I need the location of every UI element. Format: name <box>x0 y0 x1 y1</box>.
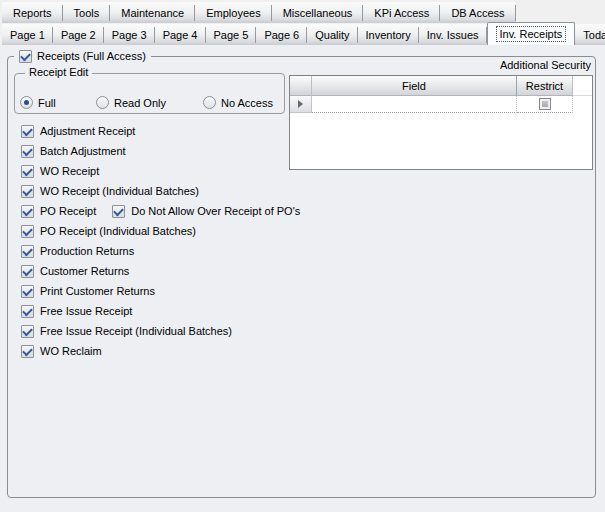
tab-page-1[interactable]: Page 1 <box>2 24 53 45</box>
receipt-edit-title: Receipt Edit <box>25 66 92 78</box>
tab-page-5[interactable]: Page 5 <box>206 24 257 45</box>
tab-label: Miscellaneous <box>283 7 353 19</box>
receipts-full-access-checkbox[interactable]: Receipts (Full Access) <box>14 48 151 64</box>
checkbox-label: Batch Adjustment <box>40 145 126 157</box>
checked-checkbox-icon <box>112 205 125 218</box>
checkbox-label: WO Reclaim <box>40 345 102 357</box>
checkbox-label: WO Receipt <box>40 165 99 177</box>
radio-no-access[interactable]: No Access <box>203 95 273 110</box>
checkbox-batch-adjustment[interactable]: Batch Adjustment <box>21 141 300 161</box>
tab-label: Page 6 <box>264 29 299 41</box>
receipts-group-box: Receipts (Full Access) Receipt Edit Full… <box>7 56 596 498</box>
grid-row-selector[interactable] <box>290 96 312 113</box>
tab-label: Page 2 <box>61 29 96 41</box>
radio-selected-icon <box>20 96 33 109</box>
tab-quality[interactable]: Quality <box>307 24 357 45</box>
tab-label: Maintenance <box>121 7 184 19</box>
checked-checkbox-icon <box>21 265 34 278</box>
checkbox-po-receipt[interactable]: PO Receipt Do Not Allow Over Receipt of … <box>21 201 300 221</box>
checkbox-print-customer-returns[interactable]: Print Customer Returns <box>21 281 300 301</box>
grid-header-filler <box>573 76 592 96</box>
checkbox-label: Do Not Allow Over Receipt of PO's <box>131 205 300 217</box>
checkbox-do-not-allow-over-receipt-of-pos[interactable]: Do Not Allow Over Receipt of PO's <box>112 205 300 218</box>
checked-checkbox-icon <box>21 225 34 238</box>
tab-db-access[interactable]: DB Access <box>440 2 515 23</box>
tab-page-inv-receipts: Receipts (Full Access) Receipt Edit Full… <box>0 45 605 512</box>
grid-column-header-restrict[interactable]: Restrict <box>517 76 573 96</box>
checked-checkbox-icon <box>21 185 34 198</box>
checkbox-label: Adjustment Receipt <box>40 125 135 137</box>
receipts-group-title: Receipts (Full Access) <box>37 50 146 62</box>
row-selector-arrow-icon <box>298 100 303 108</box>
checkbox-label: Print Customer Returns <box>40 285 155 297</box>
radio-unselected-icon <box>96 96 109 109</box>
permissions-list: Adjustment Receipt Batch Adjustment WO R… <box>21 121 300 361</box>
gray-checkbox-icon <box>539 98 551 110</box>
tab-label: Inventory <box>366 29 411 41</box>
grid-cell-restrict[interactable] <box>517 96 573 113</box>
checkbox-customer-returns[interactable]: Customer Returns <box>21 261 300 281</box>
checkbox-label: PO Receipt (Individual Batches) <box>40 225 196 237</box>
tab-label: Quality <box>315 29 349 41</box>
grid-corner-header[interactable] <box>290 76 312 96</box>
checkbox-free-issue-receipt-individual-batches[interactable]: Free Issue Receipt (Individual Batches) <box>21 321 300 341</box>
checkbox-wo-receipt-individual-batches[interactable]: WO Receipt (Individual Batches) <box>21 181 300 201</box>
tab-label: Page 5 <box>214 29 249 41</box>
grid-cell-field[interactable] <box>312 96 517 113</box>
checkbox-label: PO Receipt <box>40 205 96 217</box>
tab-row-1: Reports Tools Maintenance Employees Misc… <box>2 2 516 23</box>
checked-checkbox-icon <box>21 245 34 258</box>
tab-reports[interactable]: Reports <box>2 2 63 23</box>
additional-security-label: Additional Security <box>500 59 591 71</box>
tab-page-3[interactable]: Page 3 <box>104 24 155 45</box>
tab-label: Reports <box>13 7 52 19</box>
tab-label: Inv. Issues <box>427 29 479 41</box>
radio-unselected-icon <box>203 96 216 109</box>
checked-checkbox-icon <box>21 325 34 338</box>
tab-page-2[interactable]: Page 2 <box>53 24 104 45</box>
checkbox-free-issue-receipt[interactable]: Free Issue Receipt <box>21 301 300 321</box>
checked-checkbox-icon <box>21 165 34 178</box>
tab-label: Page 3 <box>112 29 147 41</box>
tab-today[interactable]: Today <box>575 24 605 45</box>
tab-page-6[interactable]: Page 6 <box>256 24 307 45</box>
radio-full[interactable]: Full <box>20 95 56 110</box>
checkbox-wo-receipt[interactable]: WO Receipt <box>21 161 300 181</box>
radio-label: Read Only <box>114 97 166 109</box>
checked-checkbox-icon <box>21 305 34 318</box>
tab-label: Page 4 <box>163 29 198 41</box>
tab-inv-issues[interactable]: Inv. Issues <box>419 24 487 45</box>
checkbox-po-receipt-individual-batches[interactable]: PO Receipt (Individual Batches) <box>21 221 300 241</box>
tab-inventory[interactable]: Inventory <box>358 24 419 45</box>
checkbox-wo-reclaim[interactable]: WO Reclaim <box>21 341 300 361</box>
grid-new-row <box>290 96 592 113</box>
tab-employees[interactable]: Employees <box>195 2 271 23</box>
tab-tools[interactable]: Tools <box>63 2 111 23</box>
tab-label: Today <box>583 29 605 41</box>
tab-label: DB Access <box>451 7 504 19</box>
tab-row-2: Page 1 Page 2 Page 3 Page 4 Page 5 Page … <box>2 24 605 45</box>
checkbox-label: Customer Returns <box>40 265 129 277</box>
tab-maintenance[interactable]: Maintenance <box>110 2 195 23</box>
checkbox-label: WO Receipt (Individual Batches) <box>40 185 199 197</box>
tab-page-4[interactable]: Page 4 <box>155 24 206 45</box>
radio-label: No Access <box>221 97 273 109</box>
grid-header-row: Field Restrict <box>290 76 592 96</box>
checked-checkbox-icon <box>21 125 34 138</box>
checkbox-label: Free Issue Receipt <box>40 305 132 317</box>
checkbox-adjustment-receipt[interactable]: Adjustment Receipt <box>21 121 300 141</box>
radio-read-only[interactable]: Read Only <box>96 95 166 110</box>
checked-checkbox-icon <box>19 50 32 63</box>
tab-inv-receipts[interactable]: Inv. Receipts <box>487 22 576 45</box>
checked-checkbox-icon <box>21 285 34 298</box>
additional-security-grid: Field Restrict <box>289 75 593 170</box>
tab-label: Page 1 <box>10 29 45 41</box>
checkbox-production-returns[interactable]: Production Returns <box>21 241 300 261</box>
tab-kpi-access[interactable]: KPi Access <box>363 2 440 23</box>
checked-checkbox-icon <box>21 205 34 218</box>
checked-checkbox-icon <box>21 145 34 158</box>
tab-strip: Reports Tools Maintenance Employees Misc… <box>0 0 605 45</box>
checkbox-label: Free Issue Receipt (Individual Batches) <box>40 325 232 337</box>
grid-column-header-field[interactable]: Field <box>312 76 517 96</box>
tab-miscellaneous[interactable]: Miscellaneous <box>272 2 364 23</box>
